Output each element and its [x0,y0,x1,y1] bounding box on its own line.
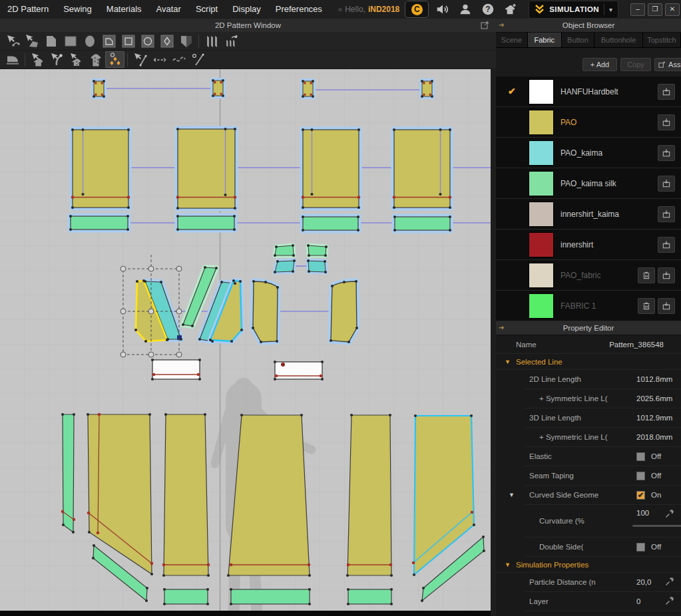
menu-sewing[interactable]: Sewing [56,0,99,19]
seam-allowance-icon[interactable] [176,33,196,49]
create-ellipse-icon[interactable] [80,33,99,49]
panel-arrow-icon[interactable]: ➜ [499,324,504,331]
menu-preferences[interactable]: Preferences [268,0,330,19]
edit-pattern-icon[interactable] [3,33,22,49]
speaker-icon[interactable] [434,1,451,17]
clo-logo-icon[interactable]: C [405,1,429,18]
pattern-piece-skirt[interactable] [63,414,74,532]
delete-fabric-icon[interactable] [638,298,655,314]
wrench-icon[interactable] [664,509,674,520]
select-garment-icon[interactable] [28,51,47,68]
pattern-piece-collar[interactable] [331,281,357,342]
add-fabric-button[interactable]: + Add [582,58,617,71]
restore-button[interactable]: ❐ [648,3,662,16]
close-button[interactable]: ✕ [665,3,680,16]
edit-sewing-icon[interactable] [130,51,150,68]
pattern-piece-beltloop[interactable] [91,78,107,99]
pleats-icon[interactable] [202,33,221,49]
menu-script[interactable]: Script [188,0,225,19]
basting-icon[interactable] [105,51,124,68]
curvature-value[interactable]: 100 [636,509,649,517]
section-selected-line[interactable]: ▼ Selected Line [496,354,681,370]
pattern-piece-waistband[interactable] [68,214,131,233]
fabric-row[interactable]: ✔ HANFUHardbelt [496,77,681,107]
pattern-piece-white-band[interactable] [275,362,322,379]
fabric-row[interactable]: PAO_kaima silk [496,168,681,199]
save-fabric-icon[interactable] [658,267,675,283]
create-rectangle-icon[interactable] [61,33,80,49]
pattern-piece-beltloop[interactable] [419,78,435,99]
help-icon[interactable]: ? [479,1,497,17]
pattern-piece-collar[interactable] [253,281,278,342]
menu-2d-pattern[interactable]: 2D Pattern [0,0,56,19]
free-sewing-icon[interactable] [169,51,188,68]
save-fabric-icon[interactable] [658,298,675,314]
menu-display[interactable]: Display [225,0,268,19]
minimize-button[interactable]: – [630,3,645,16]
pattern-piece-waistband[interactable] [392,214,453,233]
internal-rectangle-icon[interactable] [118,33,138,49]
pop-out-icon[interactable] [481,21,489,31]
simulation-button[interactable]: SIMULATION ▾ [529,1,618,19]
username-label[interactable]: iND2018 [368,5,399,14]
pattern-window-titlebar[interactable]: 2D Pattern Window [0,19,496,33]
fabric-row[interactable]: PAO_kaima [496,138,681,168]
menu-avatar[interactable]: Avatar [149,0,188,19]
double-sided-checkbox[interactable] [636,543,645,551]
wrench-icon[interactable] [664,577,674,588]
fabric-row[interactable]: FABRIC 1 [496,291,681,321]
fabric-swatch[interactable] [529,110,553,134]
elastic-checkbox[interactable] [636,452,645,461]
save-fabric-icon[interactable] [658,237,675,253]
fabric-swatch[interactable] [529,294,553,318]
pattern-piece-beltloop[interactable] [300,78,316,99]
pattern-piece-skirt[interactable] [347,415,391,575]
triangle-down-icon[interactable]: ▼ [509,492,515,498]
edit-sewing-pin-icon[interactable] [47,51,67,68]
pattern-piece-white-band[interactable] [152,360,200,379]
triangle-down-icon[interactable]: ▼ [505,561,511,568]
create-dart-icon[interactable] [157,33,176,49]
seam-taping-checkbox[interactable] [636,472,645,480]
curvature-slider[interactable] [632,525,681,527]
fabric-row[interactable]: PAO [496,107,681,138]
pattern-canvas[interactable] [0,69,491,611]
assign-fabric-button[interactable]: Assi [654,58,681,71]
flatten-iron-icon[interactable] [3,51,22,68]
pattern-piece-skirt[interactable] [164,414,208,575]
pattern-piece-skirt[interactable] [348,589,391,604]
property-editor-header[interactable]: ➜ Property Editor [496,321,681,335]
internal-polygon-icon[interactable] [99,33,118,49]
save-fabric-icon[interactable] [658,114,675,130]
fabric-swatch[interactable] [529,172,553,196]
detach-sewing-icon[interactable] [188,51,208,68]
triangle-down-icon[interactable]: ▼ [505,359,511,365]
fabric-row[interactable]: innershirt_kaima [496,199,681,230]
fabric-swatch[interactable] [529,80,553,104]
pattern-piece-bodice[interactable] [300,127,362,211]
fabric-row[interactable]: PAO_fabric [496,260,681,291]
select-pattern-3d-icon[interactable] [67,51,86,68]
save-fabric-icon[interactable] [658,176,675,192]
pattern-piece-skirt[interactable] [228,415,310,575]
tab-buttonhole[interactable]: Buttonhole [594,33,642,47]
fabric-row[interactable]: innershirt [496,230,681,260]
tab-fabric[interactable]: Fabric [528,33,562,47]
save-fabric-icon[interactable] [658,145,675,161]
fabric-swatch[interactable] [529,202,553,226]
pattern-piece-skirt[interactable] [164,589,208,604]
section-simulation-properties[interactable]: ▼ Simulation Properties [496,557,681,573]
account-icon[interactable] [457,1,474,17]
delete-fabric-icon[interactable] [638,267,655,283]
pattern-piece-bodice[interactable] [70,127,132,211]
fabric-swatch[interactable] [529,263,553,287]
pattern-piece-skirt[interactable] [231,589,310,604]
pattern-3d-icon[interactable] [86,51,105,68]
wrench-icon[interactable] [664,596,674,607]
pattern-canvas-svg[interactable] [0,69,491,611]
pattern-piece-waistband[interactable] [175,214,238,233]
fabric-swatch[interactable] [529,141,553,165]
save-fabric-icon[interactable] [658,84,675,100]
pattern-piece-bodice[interactable] [175,126,238,212]
curved-side-checkbox[interactable]: ✔ [636,491,645,500]
